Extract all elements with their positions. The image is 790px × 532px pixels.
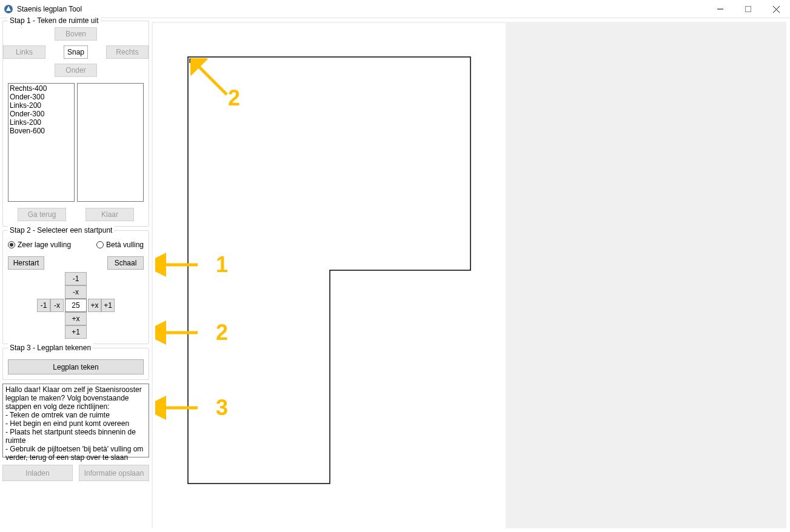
draw-layplan-button[interactable]: Legplan teken: [8, 359, 144, 374]
radio-low-fill[interactable]: Zeer lage vulling: [8, 241, 71, 249]
list-item[interactable]: Onder-300: [10, 110, 73, 118]
direction-bottom-button[interactable]: Onder: [55, 64, 97, 77]
step3-group: Stap 3 - Legplan tekenen Legplan teken: [2, 348, 149, 380]
stepper-left-minus1[interactable]: -1: [37, 299, 50, 312]
instructions-textbox: Hallo daar! Klaar om zelf je Staenisroos…: [2, 384, 149, 457]
stepper-right-plusx[interactable]: +x: [88, 299, 101, 312]
svg-rect-2: [746, 7, 751, 12]
stepper-up-minusx[interactable]: -x: [65, 285, 87, 299]
radio-disc-icon: [8, 241, 15, 248]
window-title: Staenis legplan Tool: [17, 5, 82, 13]
radio-low-label: Zeer lage vulling: [18, 241, 71, 249]
step2-group: Stap 2 - Selecteer een startpunt Zeer la…: [2, 230, 149, 344]
maximize-button[interactable]: [734, 0, 762, 18]
stepper-left-minusx[interactable]: -x: [50, 299, 64, 312]
load-button[interactable]: Inladen: [2, 465, 73, 481]
segments-listbox-right[interactable]: [77, 83, 144, 202]
snap-button[interactable]: Snap: [64, 45, 88, 59]
annotation-2b-label: 2: [216, 320, 228, 345]
minimize-button[interactable]: [706, 0, 734, 18]
step1-group: Stap 1 - Teken de ruimte uit Boven Links…: [2, 21, 149, 227]
list-item[interactable]: Boven-600: [10, 127, 73, 135]
annotation-2-label: 2: [228, 85, 240, 111]
list-item[interactable]: Links-200: [10, 101, 73, 110]
annotation-1-label: 1: [216, 252, 228, 278]
annotation-3: 3: [155, 395, 228, 421]
list-item[interactable]: Onder-300: [10, 93, 73, 101]
close-button[interactable]: [762, 0, 790, 18]
scale-button[interactable]: Schaal: [107, 256, 144, 270]
svg-line-5: [195, 63, 227, 95]
stepper-right-plus1[interactable]: +1: [101, 299, 115, 312]
titlebar: Staenis legplan Tool: [0, 0, 790, 18]
stepper-value-input[interactable]: 25: [65, 299, 87, 312]
drawing-paper[interactable]: 2: [153, 23, 506, 532]
save-info-button[interactable]: Informatie opslaan: [79, 465, 149, 481]
segments-listbox-left[interactable]: Rechts-400Onder-300Links-200Onder-300Lin…: [8, 83, 75, 202]
list-item[interactable]: Rechts-400: [10, 84, 73, 93]
step3-legend: Stap 3 - Legplan tekenen: [8, 344, 93, 352]
annotation-3-label: 3: [216, 395, 228, 421]
radio-beta-label: Betà vulling: [106, 241, 144, 249]
stepper-down-plusx[interactable]: +x: [65, 312, 87, 325]
stepper-up-minus1[interactable]: -1: [65, 272, 87, 285]
sidebar: Stap 1 - Teken de ruimte uit Boven Links…: [0, 18, 152, 532]
stepper-down-plus1[interactable]: +1: [65, 325, 87, 339]
list-item[interactable]: Links-200: [10, 118, 73, 127]
direction-right-button[interactable]: Rechts: [106, 45, 149, 59]
step1-legend: Stap 1 - Teken de ruimte uit: [8, 16, 101, 25]
annotation-2b: 2: [155, 320, 228, 345]
scale-stepper: -1 -x -1 -x 25 +x +1 +x +1: [8, 272, 144, 339]
window-controls: [706, 0, 790, 18]
drawing-canvas-area: 2 1: [152, 22, 786, 528]
go-back-button[interactable]: Ga terug: [18, 208, 66, 221]
restart-button[interactable]: Herstart: [8, 256, 44, 270]
app-icon: [4, 4, 13, 14]
step2-legend: Stap 2 - Selecteer een startpunt: [8, 226, 114, 234]
direction-top-button[interactable]: Boven: [55, 27, 97, 41]
annotation-1: 1: [155, 252, 228, 278]
done-button[interactable]: Klaar: [85, 208, 134, 221]
radio-beta-fill[interactable]: Betà vulling: [96, 241, 144, 249]
direction-left-button[interactable]: Links: [3, 45, 45, 59]
radio-disc-icon: [96, 241, 104, 248]
